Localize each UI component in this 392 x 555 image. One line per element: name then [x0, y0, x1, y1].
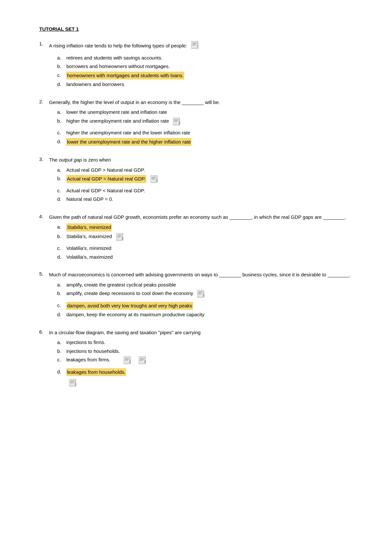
- question-1-text: A rising inflation rate tends to help th…: [49, 41, 353, 52]
- page-title: TUTORIAL SET 1: [39, 26, 353, 32]
- question-5: 5. Much of macroeconomics is concerned w…: [39, 271, 353, 319]
- question-4-text: Given the path of natural real GDP growt…: [49, 214, 353, 221]
- svg-rect-44: [124, 357, 129, 363]
- option-5b: b. amplify, create deep recessions to co…: [57, 290, 353, 301]
- note-icon-q6c-1: [123, 356, 132, 367]
- question-4: 4. Given the path of natural real GDP gr…: [39, 214, 353, 261]
- option-4a: a. Stabilia's, minimized: [57, 223, 353, 232]
- option-6d: d. leakages from households.: [57, 368, 353, 390]
- option-2b: b. higher the unemployment rate and infl…: [57, 117, 353, 128]
- question-1: 1. A rising inflation rate tends to help…: [39, 41, 353, 88]
- note-icon-q6d: [69, 379, 77, 390]
- question-2: 2. Generally, the higher the level of ou…: [39, 99, 353, 146]
- question-4-number: 4.: [39, 214, 49, 219]
- option-4d: d. Volatilia's, maximized: [57, 253, 353, 261]
- option-1b: b. borrowers and homeowners without mort…: [57, 63, 353, 70]
- question-6-options: a. injections to firms. b. injections to…: [57, 339, 353, 390]
- question-5-number: 5.: [39, 271, 49, 277]
- question-2-number: 2.: [39, 99, 49, 104]
- svg-rect-58: [70, 379, 75, 386]
- question-3: 3. The output gap is zero when a. Actual…: [39, 156, 353, 203]
- question-1-options: a. retirees and students with savings ac…: [57, 54, 353, 88]
- question-4-options: a. Stabilia's, minimized b. Stabilia's, …: [57, 223, 353, 261]
- note-icon-q3b: [150, 175, 159, 186]
- option-6c: c. leakages from firms.: [57, 356, 353, 367]
- option-3a: a. Actual real GDP > Natural real GDP.: [57, 166, 353, 174]
- option-6a: a. injections to firms.: [57, 339, 353, 346]
- option-2d: d. lower the unemployment rate and the h…: [57, 138, 353, 146]
- note-icon-q2b: [173, 117, 181, 128]
- svg-rect-37: [198, 290, 203, 297]
- svg-rect-51: [139, 357, 144, 363]
- question-1-number: 1.: [39, 41, 49, 46]
- question-5-options: a. amplify, create the greatest cyclical…: [57, 281, 353, 319]
- question-6: 6. In a circular-flow diagram, the savin…: [39, 329, 353, 390]
- svg-rect-16: [174, 118, 179, 125]
- question-5-text: Much of macroeconomics is concerned with…: [49, 271, 353, 279]
- option-3d: d. Natural real GDP = 0.: [57, 196, 353, 203]
- option-5d: d. dampen, keep the economy at its maxim…: [57, 311, 353, 319]
- question-3-options: a. Actual real GDP > Natural real GDP. b…: [57, 166, 353, 203]
- question-6-number: 6.: [39, 329, 49, 335]
- option-3c: c. Actual real GDP < Natural real GDP.: [57, 187, 353, 195]
- option-3b: b. Actual real GDP = Natural real GDP.: [57, 175, 353, 186]
- option-6b: b. injections to households.: [57, 348, 353, 355]
- question-2-options: a. lower the unemployment rate and infla…: [57, 109, 353, 146]
- option-5a: a. amplify, create the greatest cyclical…: [57, 281, 353, 289]
- option-5c: c. dampen, avoid both very low troughs a…: [57, 302, 353, 310]
- svg-rect-8: [192, 42, 197, 48]
- option-1d: d. landowners and borrowers.: [57, 81, 353, 88]
- note-icon-q6c-2: [139, 356, 147, 367]
- option-1c: c. homeowners with mortgages and student…: [57, 72, 353, 80]
- option-1a: a. retirees and students with savings ac…: [57, 54, 353, 62]
- question-3-number: 3.: [39, 156, 49, 162]
- svg-rect-23: [151, 176, 156, 182]
- note-icon-q5b: [197, 290, 205, 301]
- option-2a: a. lower the unemployment rate and infla…: [57, 109, 353, 116]
- option-4c: c. Volatilia's, minimized: [57, 245, 353, 252]
- note-icon-q4b: [116, 233, 124, 244]
- svg-rect-30: [117, 234, 122, 240]
- page-container: TUTORIAL SET 1 1. A rising inflation rat…: [39, 26, 353, 390]
- option-2c: c. higher the unemployment rate and the …: [57, 129, 353, 137]
- note-icon-q1: [191, 41, 200, 52]
- question-3-text: The output gap is zero when: [49, 156, 353, 164]
- question-6-text: In a circular-flow diagram, the saving a…: [49, 329, 353, 337]
- question-2-text: Generally, the higher the level of outpu…: [49, 99, 353, 106]
- option-4b: b. Stabilia's, maximized: [57, 233, 353, 244]
